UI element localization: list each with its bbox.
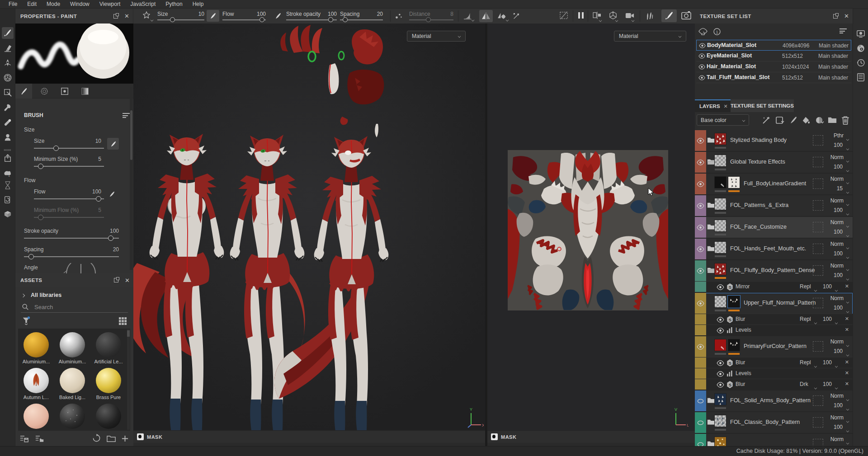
layer-opacity[interactable]: 15 — [837, 185, 843, 192]
layer-row[interactable]: Upper_Fluff_Normal_PatternNorm100 — [695, 293, 853, 314]
layer-thumbnail[interactable] — [728, 339, 740, 351]
blend-mode[interactable]: Norm — [830, 219, 844, 226]
layer-thumbnail[interactable] — [714, 133, 726, 145]
remove-effect-icon[interactable]: ✕ — [845, 327, 849, 333]
texture-set-row[interactable]: Tail_Fluff_Material_Slot 512x512 Main sh… — [696, 72, 851, 83]
spacing-handle[interactable] — [343, 17, 348, 22]
distance-handle[interactable] — [426, 17, 431, 22]
history-icon[interactable] — [856, 58, 865, 67]
fill-thumbnail[interactable] — [714, 339, 726, 351]
layer-row[interactable]: FOL_Patterns_&_ExtraNorm100 — [695, 195, 853, 216]
eye-hidden-icon[interactable] — [697, 419, 704, 428]
eye-visible-icon[interactable] — [697, 246, 704, 254]
list-options-icon[interactable] — [840, 28, 847, 33]
chevron-down-icon[interactable] — [151, 19, 154, 22]
eye-hidden-icon[interactable] — [697, 441, 704, 446]
tab-brush[interactable] — [15, 84, 32, 99]
group-folder-icon[interactable] — [828, 116, 837, 125]
tab-alpha[interactable] — [56, 84, 73, 99]
layer-thumbnail[interactable] — [714, 220, 726, 232]
effect-blend[interactable]: Drk — [800, 381, 808, 387]
minimum-size-handle[interactable] — [38, 164, 43, 169]
flow-slider[interactable] — [222, 19, 266, 20]
stencil-icon[interactable] — [142, 11, 151, 21]
clone-tool-icon[interactable] — [2, 102, 14, 113]
eye-hidden-icon[interactable] — [697, 398, 704, 406]
stroke-opacity-handle[interactable] — [108, 235, 113, 241]
layer-mask-placeholder[interactable] — [813, 157, 823, 167]
asset-item[interactable]: Autumn L... — [21, 368, 52, 400]
symmetry-settings-icon[interactable] — [497, 12, 506, 19]
add-icon[interactable] — [121, 435, 129, 442]
spacing-slider[interactable] — [340, 19, 383, 20]
layer-row[interactable]: FOL_Fluffy_Body_Pattern_DenseNorm100 — [695, 260, 853, 281]
stroke-opacity-slider[interactable] — [286, 19, 337, 20]
folder-list-icon[interactable] — [35, 435, 44, 442]
asset-item[interactable] — [21, 404, 52, 430]
layer-opacity[interactable]: 100 — [834, 207, 843, 213]
angle-dial[interactable] — [63, 263, 99, 273]
remove-effect-icon[interactable]: ✕ — [845, 370, 849, 376]
projection-tool-icon[interactable] — [2, 57, 14, 69]
search-input[interactable]: Search — [34, 304, 53, 310]
eye-icon[interactable] — [698, 75, 705, 80]
layer-opacity[interactable]: 100 — [834, 272, 843, 278]
fill-thumbnail[interactable] — [714, 176, 726, 188]
eye-visible-icon[interactable] — [697, 159, 704, 167]
effect-opacity[interactable]: 100 — [823, 381, 832, 387]
eye-icon[interactable] — [699, 43, 706, 48]
undock-icon[interactable] — [113, 14, 118, 19]
camera-mode-icon[interactable] — [625, 12, 634, 19]
paint-brush-tool-icon[interactable] — [2, 27, 14, 39]
layer-row[interactable]: FOL_Solid_Arms_Body_PatternNorm100 — [695, 390, 853, 411]
spacing-slider[interactable] — [24, 256, 119, 257]
chevron-down-icon[interactable] — [599, 19, 602, 22]
layer-row[interactable]: Full_BodyLinearGradientNorm15 — [695, 174, 853, 194]
stroke-opacity-slider[interactable] — [24, 238, 119, 239]
blend-mode[interactable]: Norm — [830, 263, 844, 269]
layer-thumbnail[interactable] — [728, 176, 740, 188]
layer-mask-placeholder[interactable] — [813, 200, 823, 211]
spacing-handle[interactable] — [28, 254, 34, 259]
layer-opacity[interactable]: 100 — [834, 142, 843, 148]
stroke-opacity-handle[interactable] — [328, 17, 333, 22]
undock-icon[interactable] — [114, 278, 118, 282]
flow-handle[interactable] — [96, 196, 101, 202]
size-slider[interactable] — [157, 19, 204, 20]
layer-effect-row[interactable]: SBlurRepl100✕ — [695, 357, 853, 368]
eye-visible-icon[interactable] — [717, 381, 724, 390]
eye-visible-icon[interactable] — [697, 224, 704, 232]
tab-gradient[interactable] — [76, 84, 93, 99]
eye-icon[interactable] — [698, 64, 705, 70]
flow-pressure-icon[interactable] — [274, 12, 282, 19]
fill-thumbnail[interactable] — [714, 296, 726, 308]
layer-thumbnail[interactable] — [714, 415, 726, 427]
pause-icon[interactable] — [578, 12, 584, 19]
undock-icon[interactable] — [833, 14, 838, 19]
minimum-flow-handle[interactable] — [38, 215, 43, 220]
perspective-icon[interactable] — [609, 11, 617, 20]
eye-visible-icon[interactable] — [697, 268, 704, 276]
remove-effect-icon[interactable]: ✕ — [845, 381, 849, 387]
tab-particles[interactable] — [36, 84, 52, 99]
bake-tool-icon[interactable]: 1 — [2, 168, 14, 179]
scatter-icon[interactable] — [395, 12, 403, 20]
layer-thumbnail[interactable] — [714, 437, 726, 446]
layer-row[interactable]: Stylized Shading BodyPthr100 — [695, 130, 853, 151]
grid-view-icon[interactable] — [118, 317, 127, 325]
effect-opacity[interactable]: 100 — [823, 283, 832, 290]
smudge-tool-icon[interactable] — [2, 87, 14, 99]
close-icon[interactable]: ✕ — [844, 13, 849, 19]
layer-row[interactable]: FOL_Classic_Body_PatternNorm100 — [695, 412, 853, 433]
paint-layer-icon[interactable] — [789, 116, 798, 125]
blend-mode[interactable]: Norm — [830, 176, 844, 182]
layer-opacity[interactable]: 100 — [834, 164, 843, 170]
adjustment-icon[interactable] — [815, 116, 824, 125]
symmetry-button[interactable] — [479, 10, 493, 22]
geometry-fill-tool-icon[interactable] — [2, 72, 14, 84]
eye-link-icon[interactable] — [698, 28, 708, 35]
eye-visible-icon[interactable] — [717, 327, 724, 335]
compare-mode-icon[interactable] — [593, 12, 602, 19]
size-pressure-button[interactable] — [107, 138, 119, 150]
resources-updater-tool-icon[interactable] — [2, 194, 14, 206]
